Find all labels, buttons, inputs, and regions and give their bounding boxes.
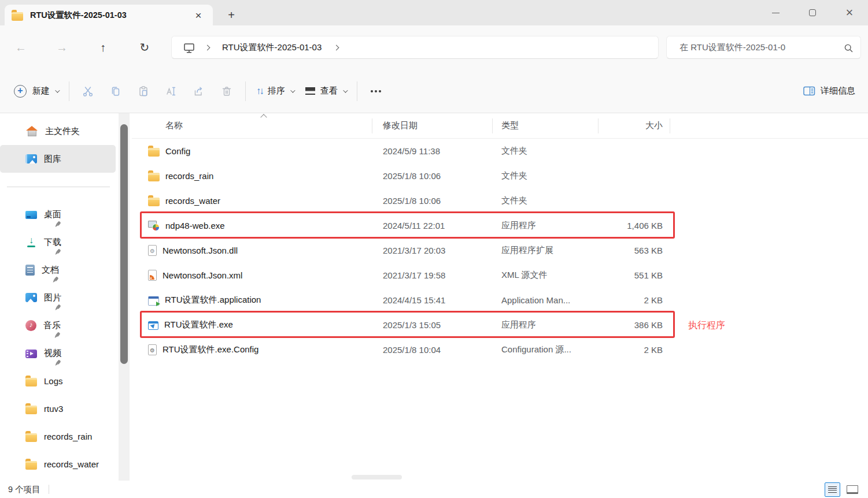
maximize-button[interactable] bbox=[794, 0, 831, 25]
sidebar-item-desktop[interactable]: 桌面 bbox=[0, 200, 116, 228]
up-icon[interactable]: ↑ bbox=[90, 25, 116, 69]
column-header-label: 修改日期 bbox=[383, 120, 418, 130]
dll-icon bbox=[148, 245, 157, 256]
chevron-right-icon[interactable] bbox=[205, 44, 210, 50]
file-name-cell[interactable]: RTU设置软件.exe.Config bbox=[132, 344, 372, 355]
sidebar-item-label: Logs bbox=[44, 376, 63, 386]
column-header-size[interactable]: 大小 bbox=[598, 120, 663, 131]
column-divider[interactable] bbox=[598, 118, 599, 133]
horizontal-scrollbar-thumb[interactable] bbox=[352, 475, 402, 480]
new-tab-button[interactable] bbox=[223, 7, 239, 23]
column-divider[interactable] bbox=[372, 118, 372, 133]
file-name-cell[interactable]: Newtonsoft.Json.dll bbox=[132, 245, 372, 256]
address-bar[interactable]: RTU设置软件-2025-01-03 bbox=[171, 36, 659, 59]
file-name-cell[interactable]: Newtonsoft.Json.xml bbox=[132, 270, 372, 281]
sidebar-item-pictures[interactable]: 图片 bbox=[0, 284, 116, 311]
sidebar-item-label: records_rain bbox=[44, 432, 92, 441]
home-icon bbox=[25, 126, 38, 137]
sort-button-label: 排序 bbox=[268, 86, 285, 96]
documents-icon bbox=[25, 265, 35, 276]
search-input[interactable]: 在 RTU设置软件-2025-01-0 bbox=[679, 42, 840, 53]
file-row[interactable]: Newtonsoft.Json.dll2021/3/17 20:03应用程序扩展… bbox=[132, 238, 868, 263]
scrollbar-thumb[interactable] bbox=[120, 124, 128, 364]
folder-icon bbox=[148, 198, 160, 206]
paste-button[interactable] bbox=[130, 79, 157, 104]
column-header-name[interactable]: 名称 bbox=[132, 120, 372, 131]
sidebar-item-gallery[interactable]: 图库 bbox=[0, 145, 116, 173]
videos-icon bbox=[25, 350, 37, 358]
file-name-cell[interactable]: RTU设置软件.application bbox=[132, 295, 372, 306]
file-row[interactable]: Newtonsoft.Json.xml2021/3/17 19:58XML 源文… bbox=[132, 263, 868, 288]
view-button[interactable]: 查看 bbox=[300, 79, 352, 104]
details-panel-icon bbox=[803, 86, 815, 96]
file-row[interactable]: RTU设置软件.exe2025/1/3 15:05应用程序386 KB执行程序 bbox=[132, 313, 868, 337]
file-row[interactable]: RTU设置软件.application2024/4/15 15:41Applic… bbox=[132, 288, 868, 313]
sidebar-item-home[interactable]: 主文件夹 bbox=[0, 117, 116, 145]
file-explorer-window: RTU设置软件-2025-01-03 ← → ↑ ↻ RTU设置软件-2025-… bbox=[0, 0, 868, 498]
rename-button[interactable] bbox=[157, 79, 185, 104]
details-view-toggle[interactable] bbox=[825, 482, 840, 497]
refresh-icon[interactable]: ↻ bbox=[132, 25, 157, 69]
details-pane-button[interactable]: 详细信息 bbox=[799, 79, 860, 104]
sidebar-item-documents[interactable]: 文档 bbox=[0, 256, 116, 284]
share-icon bbox=[193, 85, 205, 98]
folder-icon bbox=[12, 12, 23, 21]
sidebar-item-records-rain[interactable]: records_rain bbox=[0, 422, 116, 450]
file-name-cell[interactable]: ndp48-web.exe bbox=[132, 221, 372, 231]
sort-button[interactable]: ↑↓ 排序 bbox=[250, 79, 300, 104]
file-name-cell[interactable]: records_rain bbox=[132, 170, 372, 181]
file-row[interactable]: records_water2025/1/8 10:06文件夹 bbox=[132, 188, 868, 213]
file-row[interactable]: RTU设置软件.exe.Config2025/1/8 10:04Configur… bbox=[132, 337, 868, 362]
file-row[interactable]: records_rain2025/1/8 10:06文件夹 bbox=[132, 163, 868, 188]
minimize-button[interactable] bbox=[757, 0, 794, 25]
close-button[interactable] bbox=[831, 0, 868, 25]
file-type: 文件夹 bbox=[492, 146, 598, 157]
file-name: Newtonsoft.Json.xml bbox=[162, 270, 242, 280]
share-button[interactable] bbox=[185, 79, 213, 104]
copy-icon bbox=[109, 85, 122, 98]
search-box[interactable]: 在 RTU设置软件-2025-01-0 bbox=[666, 36, 861, 59]
tab-close-icon[interactable] bbox=[191, 8, 206, 23]
new-button[interactable]: 新建 bbox=[8, 79, 64, 104]
sidebar-item-logs[interactable]: Logs bbox=[0, 367, 116, 395]
column-header-type[interactable]: 类型 bbox=[492, 120, 598, 131]
file-name-cell[interactable]: Config bbox=[132, 146, 372, 157]
folder-icon bbox=[25, 406, 37, 414]
file-area: 名称 修改日期 类型 大小 Config2024/5/9 11:38文件夹rec… bbox=[132, 113, 868, 481]
toolbar-divider bbox=[357, 81, 357, 101]
file-name-cell[interactable]: RTU设置软件.exe bbox=[132, 319, 372, 330]
sidebar-item-rtuv3[interactable]: rtuv3 bbox=[0, 395, 116, 422]
active-tab[interactable]: RTU设置软件-2025-01-03 bbox=[5, 5, 213, 25]
file-name: records_rain bbox=[165, 171, 213, 181]
file-date: 2021/3/17 19:58 bbox=[372, 270, 492, 280]
download-icon bbox=[25, 237, 37, 248]
sidebar-item-label: 视频 bbox=[44, 348, 61, 359]
sidebar-item-downloads[interactable]: 下载 bbox=[0, 228, 116, 256]
file-type: XML 源文件 bbox=[492, 270, 598, 281]
file-name-cell[interactable]: records_water bbox=[132, 195, 372, 206]
file-list: Config2024/5/9 11:38文件夹records_rain2025/… bbox=[132, 139, 868, 362]
file-row[interactable]: ndp48-web.exe2024/5/11 22:01应用程序1,406 KB bbox=[132, 213, 868, 238]
column-divider[interactable] bbox=[670, 118, 670, 133]
column-divider[interactable] bbox=[492, 118, 493, 133]
copy-button[interactable] bbox=[102, 79, 130, 104]
delete-button[interactable] bbox=[213, 79, 241, 104]
more-options-button[interactable] bbox=[362, 79, 390, 104]
back-icon[interactable]: ← bbox=[8, 25, 34, 69]
file-name: ndp48-web.exe bbox=[165, 221, 225, 231]
sidebar-scrollbar[interactable] bbox=[119, 113, 130, 481]
chevron-right-icon[interactable] bbox=[334, 44, 339, 50]
sidebar-item-music[interactable]: 音乐 bbox=[0, 311, 116, 339]
forward-icon[interactable]: → bbox=[49, 25, 75, 69]
sidebar-item-videos[interactable]: 视频 bbox=[0, 339, 116, 367]
sidebar-item-records-water[interactable]: records_water bbox=[0, 450, 116, 478]
breadcrumb-folder[interactable]: RTU设置软件-2025-01-03 bbox=[222, 42, 322, 53]
installer-icon bbox=[148, 221, 160, 231]
file-type: 应用程序扩展 bbox=[492, 245, 598, 256]
chevron-down-icon bbox=[290, 88, 295, 92]
file-row[interactable]: Config2024/5/9 11:38文件夹 bbox=[132, 139, 868, 163]
icons-view-toggle[interactable] bbox=[844, 482, 860, 497]
column-header-date[interactable]: 修改日期 bbox=[372, 120, 492, 131]
view-button-label: 查看 bbox=[320, 86, 338, 96]
cut-button[interactable] bbox=[74, 79, 102, 104]
